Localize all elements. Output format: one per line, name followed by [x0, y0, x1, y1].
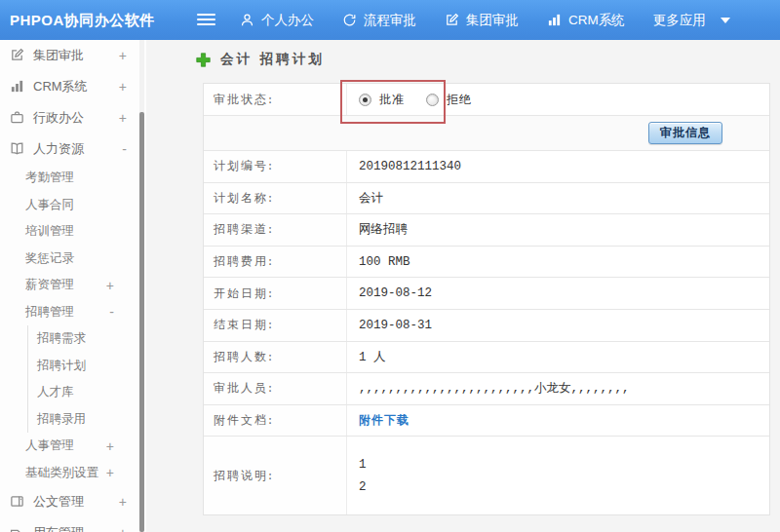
document-icon — [10, 494, 25, 510]
sidebar-item-personnel-mgmt[interactable]: 人事管理 + — [0, 433, 146, 460]
sidebar: 集团审批 + CRM系统 + 行政办公 + 人 — [0, 40, 146, 532]
sidebar-item-document-mgmt[interactable]: 公文管理 + — [0, 486, 146, 517]
form-row-recruit-description: 招聘说明: 1 2 — [204, 437, 769, 514]
collapse-toggle[interactable]: - — [122, 141, 127, 157]
sidebar-item-label: 考勤管理 — [25, 170, 74, 186]
nav-process-approval[interactable]: 流程审批 — [342, 12, 416, 29]
field-value: 网络招聘 — [347, 214, 769, 246]
user-icon — [240, 13, 254, 27]
sidebar-item-label: 培训管理 — [25, 223, 74, 240]
edit-square-icon — [10, 48, 25, 63]
page-title-bar: 会计 招聘计划 — [195, 51, 325, 68]
nav-more-apps[interactable]: 更多应用 — [653, 12, 706, 29]
sidebar-item-label: 薪资管理 — [25, 277, 74, 293]
field-value: 20190812111340 — [347, 151, 769, 182]
nav-label: 更多应用 — [653, 12, 706, 29]
sidebar-item-recruit-plan[interactable]: 招聘计划 — [27, 353, 146, 380]
sidebar-item-admin-office[interactable]: 行政办公 + — [0, 102, 146, 133]
sidebar-item-label: 招聘管理 — [25, 304, 74, 321]
phpoa-app: PHPOA协同办公软件 个人办公 流程审批 集团审批 — [0, 0, 780, 532]
form-row-recruit-cost: 招聘费用: 100 RMB — [204, 247, 769, 279]
sidebar-item-label: 人才库 — [37, 384, 74, 400]
sidebar-item-label: 招聘计划 — [37, 358, 86, 374]
sidebar-item-label: 人事管理 — [25, 437, 74, 454]
radio-label: 拒绝 — [447, 92, 472, 108]
field-value: 2019-08-31 — [347, 310, 769, 341]
collapse-toggle[interactable]: - — [109, 304, 114, 320]
briefcase-icon — [10, 110, 25, 126]
sidebar-item-label: 公文管理 — [33, 493, 84, 511]
sidebar-scrollbar-thumb[interactable] — [139, 112, 144, 532]
sidebar-item-crm-system[interactable]: CRM系统 + — [0, 71, 146, 102]
sidebar-item-recruit-hire[interactable]: 招聘录用 — [27, 406, 146, 434]
sidebar-item-salary-mgmt[interactable]: 薪资管理 + — [0, 272, 146, 299]
nav-personal-office[interactable]: 个人办公 — [240, 12, 314, 29]
form-row-start-date: 开始日期: 2019-08-12 — [204, 278, 769, 310]
sidebar-item-label: 行政办公 — [33, 109, 84, 127]
radio-label: 批准 — [379, 92, 405, 108]
expand-toggle[interactable]: + — [119, 48, 127, 63]
app-logo: PHPOA协同办公软件 — [10, 0, 155, 40]
form-row-approval-status: 审批状态: 批准 拒绝 — [204, 84, 769, 116]
description-line: 1 — [359, 458, 367, 472]
description-line: 2 — [359, 480, 367, 494]
edit-square-icon — [445, 13, 459, 27]
expand-toggle[interactable]: + — [106, 278, 114, 293]
field-label: 审批人员: — [204, 373, 347, 404]
attachment-download-link[interactable]: 附件下载 — [359, 412, 410, 429]
form-row-approve-button: 审批信息 — [204, 116, 769, 151]
radio-button-icon[interactable] — [426, 94, 439, 106]
sidebar-item-human-resources[interactable]: 人力资源 - — [0, 133, 146, 165]
radio-reject[interactable]: 拒绝 — [426, 92, 472, 108]
sidebar-item-base-category[interactable]: 基础类别设置 + — [0, 460, 146, 487]
sidebar-item-label: 奖惩记录 — [25, 250, 74, 267]
expand-toggle[interactable]: + — [119, 79, 127, 95]
sidebar-item-label: 人事合同 — [25, 197, 74, 213]
expand-toggle[interactable]: + — [119, 525, 127, 532]
top-navigation: 个人办公 流程审批 集团审批 CRM系统 更多应用 — [240, 0, 730, 40]
field-label: 招聘人数: — [204, 342, 347, 373]
plus-icon — [195, 52, 212, 68]
sidebar-item-recruit-mgmt[interactable]: 招聘管理 - — [0, 299, 146, 326]
sidebar-item-attendance-mgmt[interactable]: 考勤管理 — [0, 165, 146, 192]
nav-label: 个人办公 — [261, 12, 314, 29]
bar-chart-icon — [10, 79, 25, 95]
nav-crm-system[interactable]: CRM系统 — [547, 12, 625, 29]
field-label: 附件文档: — [204, 405, 347, 437]
field-label: 结束日期: — [204, 310, 347, 341]
expand-toggle[interactable]: + — [106, 465, 114, 480]
caret-down-icon[interactable] — [721, 18, 730, 23]
hamburger-menu-icon[interactable] — [197, 14, 215, 26]
sidebar-item-recruit-demand[interactable]: 招聘需求 — [27, 325, 146, 353]
sidebar-item-reward-punishment[interactable]: 奖惩记录 — [0, 246, 146, 273]
page-title: 会计 招聘计划 — [220, 51, 325, 68]
car-icon — [10, 525, 25, 532]
radio-button-icon[interactable] — [359, 94, 371, 106]
sidebar-item-talent-pool[interactable]: 人才库 — [27, 379, 146, 406]
expand-toggle[interactable]: + — [119, 494, 127, 510]
field-label: 计划名称: — [204, 183, 347, 214]
form-row-headcount: 招聘人数: 1 人 — [204, 342, 769, 374]
form-row-recruit-channel: 招聘渠道: 网络招聘 — [204, 214, 769, 247]
sidebar-item-hr-contract[interactable]: 人事合同 — [0, 192, 146, 219]
nav-label: CRM系统 — [568, 12, 625, 29]
field-label: 招聘费用: — [204, 247, 347, 278]
field-label: 开始日期: — [204, 278, 347, 309]
radio-approve[interactable]: 批准 — [359, 92, 405, 108]
field-value: ,,,,,,,,,,,,,,,,,,,,,,,,小龙女,,,,,,,, — [347, 373, 769, 404]
field-value: 100 RMB — [347, 247, 769, 278]
sidebar-item-label: 用车管理 — [33, 524, 84, 532]
top-header: PHPOA协同办公软件 个人办公 流程审批 集团审批 — [0, 0, 780, 40]
nav-group-approval[interactable]: 集团审批 — [445, 12, 519, 29]
sidebar-item-vehicle-mgmt[interactable]: 用车管理 + — [0, 517, 146, 532]
main-content: 会计 招聘计划 审批状态: 批准 拒绝 — [146, 40, 780, 532]
sidebar-item-group-approval[interactable]: 集团审批 + — [0, 40, 146, 71]
sidebar-item-training-mgmt[interactable]: 培训管理 — [0, 218, 146, 246]
expand-toggle[interactable]: + — [119, 110, 127, 126]
approval-radio-group: 批准 拒绝 — [359, 92, 472, 108]
approve-info-button[interactable]: 审批信息 — [648, 122, 722, 144]
field-value: 1 人 — [347, 342, 769, 373]
form-row-attachment: 附件文档: 附件下载 — [204, 405, 769, 437]
expand-toggle[interactable]: + — [106, 438, 114, 454]
field-label: 招聘渠道: — [204, 214, 347, 246]
